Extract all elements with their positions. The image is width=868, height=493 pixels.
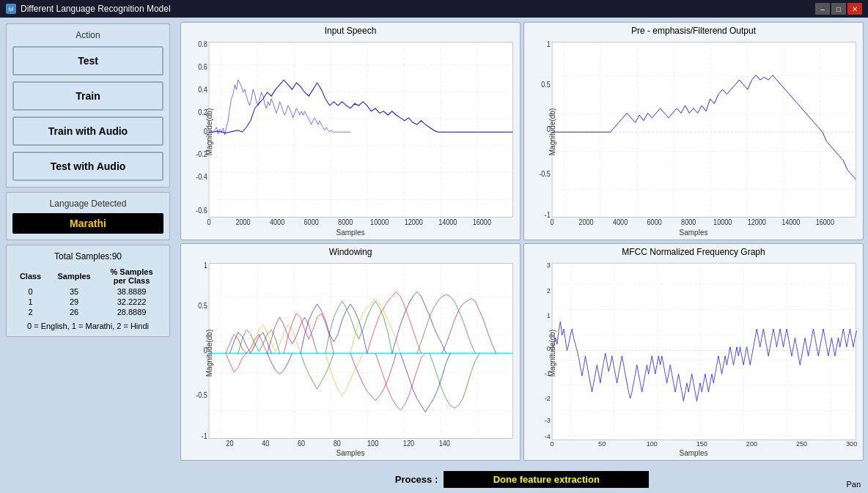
main-container: Action Test Train Train with Audio Test …: [0, 18, 868, 493]
svg-text:50: 50: [598, 439, 606, 447]
svg-text:-0.5: -0.5: [539, 169, 551, 178]
train-with-audio-button[interactable]: Train with Audio: [12, 116, 163, 146]
svg-text:1: 1: [204, 261, 207, 270]
svg-rect-37: [209, 263, 512, 438]
table-row: 0 35 38.8889: [12, 286, 163, 297]
svg-text:16000: 16000: [816, 218, 835, 226]
action-group-title: Action: [12, 30, 163, 40]
language-display: Marathi: [12, 213, 163, 234]
minimize-button[interactable]: –: [815, 3, 830, 15]
close-button[interactable]: ✕: [847, 3, 862, 15]
svg-text:6000: 6000: [304, 218, 320, 226]
svg-text:20: 20: [226, 439, 234, 448]
svg-text:250: 250: [796, 439, 807, 447]
svg-text:12000: 12000: [405, 218, 424, 226]
svg-text:120: 120: [403, 439, 415, 448]
svg-text:0.8: 0.8: [198, 40, 207, 48]
mfcc-title: MFCC Normalized Frequency Graph: [527, 247, 860, 257]
maximize-button[interactable]: □: [831, 3, 846, 15]
samples-2: 26: [48, 307, 100, 317]
mfcc-ylabel: Magnitude(db): [548, 330, 556, 377]
svg-text:4000: 4000: [270, 218, 285, 226]
language-group-title: Language Detected: [12, 199, 163, 209]
svg-text:-3: -3: [545, 415, 551, 423]
svg-text:6000: 6000: [647, 218, 663, 226]
pre-emphasis-chart: Pre - emphasis/Filterend Output Magnitud…: [523, 22, 864, 240]
pre-emphasis-title: Pre - emphasis/Filterend Output: [527, 26, 860, 36]
svg-text:300: 300: [846, 439, 857, 447]
svg-text:8000: 8000: [681, 218, 696, 226]
input-speech-title: Input Speech: [184, 26, 517, 36]
window-title: Different Language Recognition Model: [21, 4, 171, 14]
pre-emphasis-svg: 1 0.5 0 -0.5 -1 0 2000 4000 6000 8000 10…: [527, 37, 860, 227]
col-percent: % Samplesper Class: [100, 266, 163, 286]
svg-rect-52: [552, 263, 856, 440]
svg-text:2000: 2000: [235, 218, 251, 226]
svg-text:3: 3: [547, 260, 551, 268]
pre-emphasis-xlabel: Samples: [527, 229, 860, 237]
title-bar: M Different Language Recognition Model –…: [0, 0, 868, 18]
svg-text:80: 80: [334, 439, 342, 448]
train-button[interactable]: Train: [12, 81, 163, 111]
input-speech-area: Magnitude(db) 0.8: [184, 37, 517, 227]
percent-2: 28.8889: [100, 307, 163, 317]
pre-emphasis-ylabel: Magnitude(db): [548, 108, 556, 155]
svg-text:16000: 16000: [473, 218, 492, 226]
input-speech-chart: Input Speech Magnitude(db): [180, 22, 521, 240]
mfcc-chart: MFCC Normalized Frequency Graph Magnitud…: [523, 243, 864, 462]
language-group: Language Detected Marathi: [6, 192, 170, 240]
svg-text:2: 2: [547, 286, 551, 294]
mfcc-xlabel: Samples: [527, 449, 860, 457]
right-area: Input Speech Magnitude(db): [176, 18, 868, 493]
svg-text:0: 0: [207, 218, 212, 226]
windowing-svg: 1 0.5 0 -0.5 -1 20 40 60 80 100 120 140: [184, 259, 517, 448]
windowing-xlabel: Samples: [184, 449, 517, 457]
test-with-audio-button[interactable]: Test with Audio: [12, 152, 163, 181]
top-charts-row: Input Speech Magnitude(db): [180, 22, 864, 240]
table-row: 1 29 32.2222: [12, 297, 163, 307]
input-speech-svg: 0.8 0.6 0.4 0.2 0 -0.2 -0.4 -0.6 0 2000 …: [184, 37, 517, 227]
percent-0: 38.8889: [100, 286, 163, 297]
process-bar: Process : Done feature extraction Pan: [176, 465, 868, 493]
svg-text:100: 100: [647, 439, 658, 447]
svg-text:0: 0: [551, 439, 554, 447]
svg-text:14000: 14000: [438, 218, 457, 226]
action-group: Action Test Train Train with Audio Test …: [6, 23, 170, 188]
svg-text:-1: -1: [202, 431, 207, 440]
mfcc-svg: 3 2 1 0 -1 -2 -3 -4 0 50 100 150: [527, 259, 860, 448]
windowing-ylabel: Magnitude(db): [205, 330, 213, 377]
legend-text: 0 = English, 1 = Marathi, 2 = Hindi: [12, 322, 163, 330]
input-speech-ylabel: Magnitude(db): [205, 108, 213, 155]
svg-text:-0.5: -0.5: [196, 390, 207, 399]
windowing-chart: Windowing Magnitude(db) 1: [180, 243, 521, 462]
left-panel: Action Test Train Train with Audio Test …: [0, 18, 176, 493]
svg-rect-1: [209, 42, 512, 217]
charts-area: Input Speech Magnitude(db): [176, 18, 868, 465]
svg-text:2000: 2000: [578, 218, 594, 226]
window-controls[interactable]: – □ ✕: [815, 3, 862, 15]
samples-0: 35: [48, 286, 100, 297]
svg-text:12000: 12000: [748, 218, 767, 226]
test-button[interactable]: Test: [12, 46, 163, 75]
svg-text:0.4: 0.4: [198, 85, 207, 94]
percent-1: 32.2222: [100, 297, 163, 307]
svg-text:1: 1: [547, 40, 551, 48]
svg-text:10000: 10000: [370, 218, 389, 226]
process-value: Done feature extraction: [444, 471, 649, 488]
samples-1: 29: [48, 297, 100, 307]
pan-label: Pan: [846, 480, 861, 489]
svg-text:-2: -2: [545, 394, 551, 402]
svg-text:40: 40: [262, 439, 270, 448]
col-class: Class: [12, 266, 48, 286]
samples-group: Total Samples:90 Class Samples % Samples…: [6, 245, 170, 337]
process-label: Process :: [395, 474, 438, 485]
svg-text:10000: 10000: [713, 218, 732, 226]
svg-text:200: 200: [746, 439, 757, 447]
svg-text:4000: 4000: [613, 218, 628, 226]
mfcc-area: Magnitude(db) 3 2 1: [527, 259, 860, 448]
windowing-title: Windowing: [184, 247, 517, 257]
pre-emphasis-area: Magnitude(db) 1 0.5 0: [527, 37, 860, 227]
svg-rect-20: [552, 42, 856, 217]
class-1: 1: [12, 297, 48, 307]
svg-text:8000: 8000: [338, 218, 353, 226]
